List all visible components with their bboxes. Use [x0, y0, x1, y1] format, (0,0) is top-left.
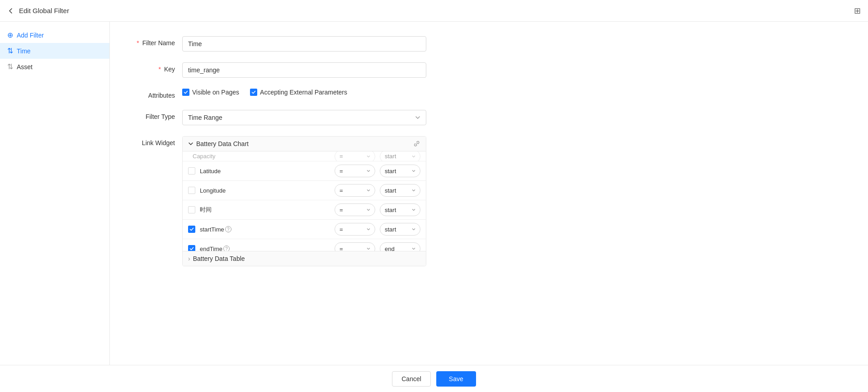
- starttime-operator[interactable]: =: [335, 223, 375, 236]
- table-row-time-cn: 时间 = start: [183, 200, 426, 220]
- sidebar-item-time[interactable]: ⇅ Time 🗑: [0, 43, 109, 59]
- accepting-external-checkbox[interactable]: [250, 89, 257, 96]
- link-widget-row: Link Widget Battery Data Chart: [128, 136, 850, 266]
- starttime-checkbox[interactable]: [188, 226, 195, 233]
- endtime-label: endTime ?: [200, 246, 330, 251]
- header-left: Edit Global Filter: [7, 7, 69, 14]
- link-widget-container: Battery Data Chart C: [182, 136, 426, 266]
- battery-chart-header[interactable]: Battery Data Chart: [183, 137, 426, 151]
- endtime-info-icon: ?: [223, 246, 230, 251]
- filter-type-value: Time Range: [188, 114, 222, 121]
- page-footer: Cancel Save: [0, 365, 868, 392]
- filter-type-select[interactable]: Time Range: [182, 110, 426, 125]
- sidebar-item-label-time: Time: [17, 47, 96, 55]
- time-cn-value[interactable]: start: [380, 203, 420, 216]
- time-cn-checkbox[interactable]: [188, 206, 195, 213]
- longitude-operator[interactable]: =: [335, 184, 375, 197]
- main-layout: ⊕ Add Filter ⇅ Time 🗑 ⇅ Asset 🗑 * Filter…: [0, 22, 868, 365]
- add-filter-label: Add Filter: [17, 32, 44, 39]
- endtime-check-icon: [189, 246, 194, 251]
- visible-on-pages-checkbox[interactable]: [182, 89, 189, 96]
- add-filter-button[interactable]: ⊕ Add Filter: [0, 27, 109, 43]
- latitude-operator[interactable]: =: [335, 165, 375, 177]
- battery-table-label: Battery Data Table: [193, 255, 245, 262]
- table-row-latitude: Latitude = start: [183, 161, 426, 181]
- chevron-starttime-val: [412, 227, 415, 231]
- time-cn-operator[interactable]: =: [335, 203, 375, 216]
- capacity-operator-partial[interactable]: =: [335, 151, 375, 161]
- chevron-endtime: [367, 247, 370, 250]
- chevron-latitude: [367, 169, 370, 173]
- save-button[interactable]: Save: [436, 371, 476, 387]
- starttime-check-icon: [189, 227, 194, 231]
- time-cn-label: 时间: [200, 206, 330, 214]
- longitude-checkbox[interactable]: [188, 187, 195, 194]
- required-star-key: *: [159, 66, 161, 73]
- table-row-starttime: startTime ? = start: [183, 220, 426, 239]
- table-row-capacity-partial: Capacity = start: [183, 151, 426, 161]
- starttime-label: startTime ?: [200, 226, 330, 233]
- visible-on-pages-label: Visible on Pages: [192, 89, 239, 96]
- attributes-row: Attributes Visible on Pages: [128, 89, 850, 99]
- accepting-external-attr: Accepting External Parameters: [250, 89, 347, 96]
- back-button[interactable]: [7, 7, 14, 14]
- chevron-endtime-val: [412, 247, 415, 250]
- chevron-latitude-val: [412, 169, 415, 173]
- link-chain-icon[interactable]: [413, 140, 420, 147]
- sidebar: ⊕ Add Filter ⇅ Time 🗑 ⇅ Asset 🗑: [0, 22, 110, 365]
- battery-chart-label: Battery Data Chart: [196, 140, 249, 147]
- page-header: Edit Global Filter ⊞: [0, 0, 868, 22]
- chevron-down-icon: [415, 115, 420, 120]
- sidebar-item-asset[interactable]: ⇅ Asset 🗑: [0, 59, 109, 75]
- filter-type-label: Filter Type: [128, 110, 182, 120]
- latitude-checkbox[interactable]: [188, 167, 195, 175]
- longitude-value[interactable]: start: [380, 184, 420, 197]
- table-row-longitude: Longitude = start: [183, 181, 426, 200]
- filter-name-row: * Filter Name: [128, 36, 850, 52]
- capacity-label-partial: Capacity: [193, 153, 330, 160]
- header-right: ⊞: [854, 6, 861, 16]
- chevron-time-cn-val: [412, 208, 415, 212]
- latitude-value[interactable]: start: [380, 165, 420, 177]
- endtime-value[interactable]: end: [380, 242, 420, 251]
- filter-icon-time: ⇅: [7, 47, 13, 55]
- starttime-info-icon: ?: [225, 226, 231, 232]
- battery-table-collapsed[interactable]: › Battery Data Table: [183, 251, 426, 266]
- attributes-options: Visible on Pages Accepting External Para…: [182, 89, 347, 96]
- chevron-time-cn: [367, 208, 370, 212]
- widget-header-left: Battery Data Chart: [188, 140, 249, 147]
- chevron-longitude-val: [412, 189, 415, 192]
- endtime-operator[interactable]: =: [335, 242, 375, 251]
- filter-type-row: Filter Type Time Range: [128, 110, 850, 125]
- required-star-name: *: [137, 39, 139, 47]
- endtime-checkbox[interactable]: [188, 245, 195, 251]
- page-title: Edit Global Filter: [19, 7, 69, 14]
- filter-name-input[interactable]: [182, 36, 426, 52]
- filter-name-label: * Filter Name: [128, 36, 182, 47]
- filter-icon-asset: ⇅: [7, 62, 13, 71]
- key-input[interactable]: [182, 62, 426, 78]
- chevron-longitude: [367, 189, 370, 192]
- sidebar-item-label-asset: Asset: [17, 63, 96, 71]
- longitude-label: Longitude: [200, 187, 330, 194]
- plus-circle-icon: ⊕: [7, 31, 13, 39]
- link-widget-label: Link Widget: [128, 136, 182, 146]
- fullscreen-icon[interactable]: ⊞: [854, 6, 861, 16]
- widget-body[interactable]: Capacity = start Latitude: [183, 151, 426, 251]
- accepting-external-label: Accepting External Parameters: [260, 89, 347, 96]
- key-label: * Key: [128, 62, 182, 73]
- collapse-icon: [188, 141, 193, 146]
- cancel-button[interactable]: Cancel: [392, 371, 431, 387]
- visible-on-pages-attr: Visible on Pages: [182, 89, 239, 96]
- capacity-value-partial[interactable]: start: [380, 151, 420, 161]
- latitude-label: Latitude: [200, 168, 330, 175]
- starttime-value[interactable]: start: [380, 223, 420, 236]
- chevron-starttime: [367, 227, 370, 231]
- expand-icon-table: ›: [188, 255, 190, 262]
- content-area: * Filter Name * Key Attributes: [110, 22, 868, 365]
- table-row-endtime: endTime ? = end: [183, 239, 426, 251]
- key-row: * Key: [128, 62, 850, 78]
- attributes-label: Attributes: [128, 89, 182, 99]
- widget-header-right: [413, 140, 420, 147]
